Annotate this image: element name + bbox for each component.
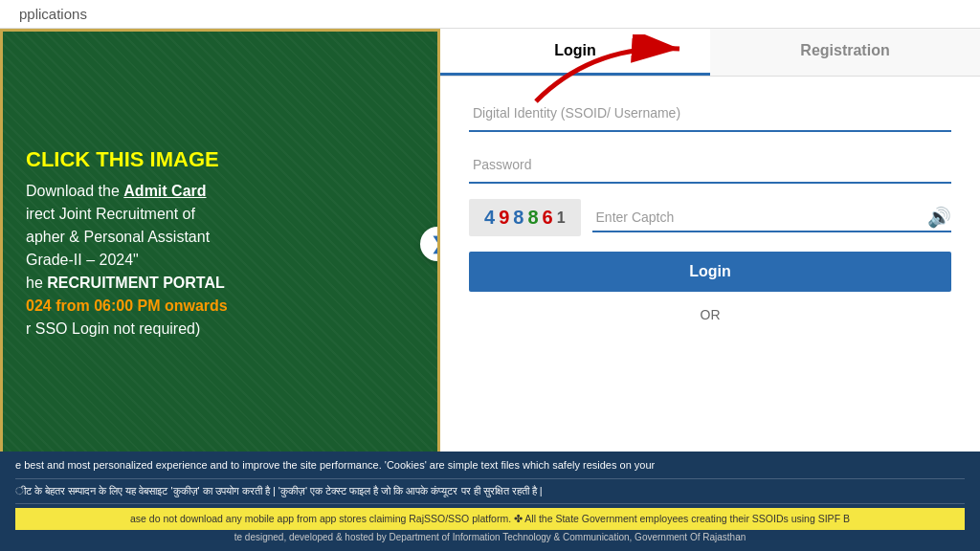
banner-line2: irect Joint Recruitment of <box>26 206 195 222</box>
bottom-notice: ase do not download any mobile app from … <box>15 508 965 530</box>
bottom-row1: e best and most personalized experience … <box>15 457 965 479</box>
tab-login[interactable]: Login <box>440 29 710 76</box>
next-arrow-button[interactable]: ❯ <box>420 227 440 261</box>
banner-click-text: CLICK THIS IMAGE <box>26 147 414 172</box>
captcha-d4: 8 <box>527 207 538 229</box>
banner-panel[interactable]: CLICK THIS IMAGE Download the Admit Card… <box>0 29 440 459</box>
login-panel: Login Registration 4 9 8 8 6 1 🔊 <box>440 29 980 459</box>
tab-registration[interactable]: Registration <box>710 29 980 76</box>
footer-text: te designed, developed & hosted by Depar… <box>15 530 965 545</box>
bottom-notice-text: ase do not download any mobile app from … <box>130 511 850 527</box>
banner-line5: he RECRUITMENT PORTAL <box>26 275 225 291</box>
header-bar: pplications <box>0 0 980 29</box>
login-button[interactable]: Login <box>469 252 951 292</box>
bottom-row1-en: e best and most personalized experience … <box>15 457 655 474</box>
banner-line7: r SSO Login not required) <box>26 320 200 337</box>
or-divider: OR <box>469 307 951 322</box>
banner-line3: apher & Personal Assistant <box>26 229 210 245</box>
bottom-bar: e best and most personalized experience … <box>0 452 980 551</box>
captcha-d3: 8 <box>513 207 523 229</box>
password-input[interactable] <box>469 147 951 184</box>
captcha-display: 4 9 8 8 6 1 <box>469 199 581 236</box>
bottom-hi-text: ीट के बेहतर सम्पादन के लिए यह वेबसाइट 'क… <box>15 483 543 500</box>
captcha-d2: 9 <box>499 207 509 229</box>
main-content: CLICK THIS IMAGE Download the Admit Card… <box>0 29 980 459</box>
banner-line6: 024 from 06:00 PM onwards <box>26 298 228 314</box>
captcha-d6: 1 <box>557 209 566 227</box>
speaker-icon[interactable]: 🔊 <box>927 206 951 229</box>
banner-line4: Grade-II – 2024" <box>26 252 139 268</box>
captcha-input-wrap: 🔊 <box>592 204 951 232</box>
captcha-d5: 6 <box>543 207 553 229</box>
banner-line1: Download the Admit Card <box>26 183 207 199</box>
captcha-input[interactable] <box>592 204 920 231</box>
ssoid-input[interactable] <box>469 96 951 132</box>
auth-tabs: Login Registration <box>440 29 980 77</box>
login-form: 4 9 8 8 6 1 🔊 Login OR <box>440 77 980 342</box>
bottom-row1-hi: ीट के बेहतर सम्पादन के लिए यह वेबसाइट 'क… <box>15 483 965 505</box>
captcha-d1: 4 <box>484 207 495 229</box>
header-title: pplications <box>19 6 87 22</box>
banner-body: Download the Admit Card irect Joint Recr… <box>26 180 414 341</box>
captcha-row: 4 9 8 8 6 1 🔊 <box>469 199 951 236</box>
